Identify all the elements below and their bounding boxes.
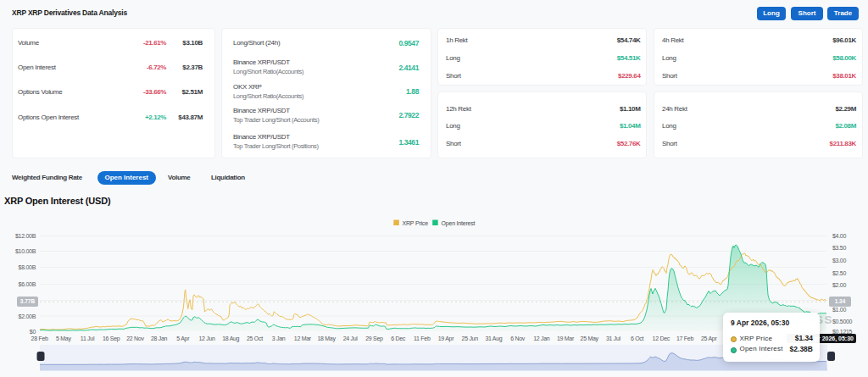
svg-text:12 Dec: 12 Dec xyxy=(653,335,670,341)
svg-text:$2.00B: $2.00B xyxy=(19,313,36,319)
svg-text:24 Jul: 24 Jul xyxy=(343,335,359,341)
svg-text:17 Feb: 17 Feb xyxy=(676,335,693,341)
svg-text:31 Aug: 31 Aug xyxy=(485,335,502,342)
svg-text:$3.00: $3.00 xyxy=(832,258,846,263)
svg-text:$0.5000: $0.5000 xyxy=(832,319,853,324)
svg-text:22 Nov: 22 Nov xyxy=(126,335,144,341)
svg-text:28 Jan: 28 Jan xyxy=(151,335,168,341)
svg-text:5 May: 5 May xyxy=(56,335,71,342)
svg-text:25 Jun: 25 Jun xyxy=(462,335,479,341)
svg-text:25 May: 25 May xyxy=(581,335,599,342)
svg-text:$4.00: $4.00 xyxy=(832,233,846,239)
svg-text:$2.50: $2.50 xyxy=(832,270,846,276)
svg-text:11 Feb: 11 Feb xyxy=(414,335,431,341)
svg-text:$10.00B: $10.00B xyxy=(15,248,36,254)
svg-text:5 Apr: 5 Apr xyxy=(176,335,190,342)
svg-text:$2.00: $2.00 xyxy=(832,282,846,288)
svg-text:12 Jan: 12 Jan xyxy=(533,335,550,341)
svg-text:$8.00B: $8.00B xyxy=(19,264,36,270)
svg-text:19 Apr: 19 Apr xyxy=(438,335,454,342)
svg-text:Open Interest: Open Interest xyxy=(442,220,476,227)
svg-text:25 Oct: 25 Oct xyxy=(247,335,263,341)
svg-text:28 Feb: 28 Feb xyxy=(31,335,48,341)
svg-text:$1.00: $1.00 xyxy=(832,307,846,313)
svg-text:$3.50: $3.50 xyxy=(832,245,846,251)
svg-text:$0: $0 xyxy=(30,329,36,335)
svg-text:11 Jul: 11 Jul xyxy=(81,335,95,341)
svg-text:$6.00B: $6.00B xyxy=(19,281,36,287)
svg-text:$12.00B: $12.00B xyxy=(15,233,36,239)
svg-text:6 Dec: 6 Dec xyxy=(391,335,406,341)
svg-text:12 Mar: 12 Mar xyxy=(294,335,312,341)
svg-text:18 May: 18 May xyxy=(317,335,336,342)
svg-text:12 Jun: 12 Jun xyxy=(198,335,215,341)
svg-text:6 Oct: 6 Oct xyxy=(631,335,644,341)
svg-text:3 Jan: 3 Jan xyxy=(272,335,286,341)
svg-text:18 Aug: 18 Aug xyxy=(222,335,239,342)
svg-text:29 Sep: 29 Sep xyxy=(365,335,383,342)
svg-text:6 Nov: 6 Nov xyxy=(510,335,526,341)
svg-text:19 Mar: 19 Mar xyxy=(557,335,575,341)
svg-text:31 Jul: 31 Jul xyxy=(606,335,621,341)
svg-text:25 Apr: 25 Apr xyxy=(701,335,717,342)
svg-text:16 Sep: 16 Sep xyxy=(103,335,120,342)
svg-text:XRP Price: XRP Price xyxy=(403,220,429,226)
